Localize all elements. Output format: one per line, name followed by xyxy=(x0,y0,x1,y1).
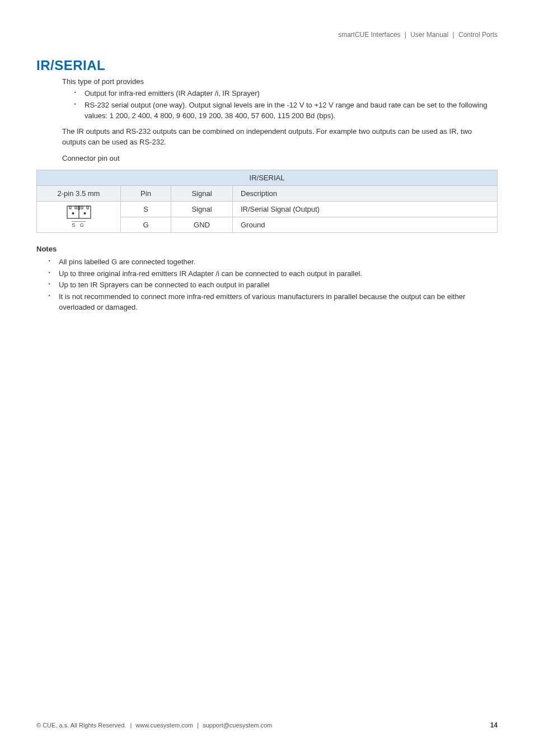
table-cell-pin: G xyxy=(121,217,171,232)
svg-rect-5 xyxy=(75,206,77,209)
footer-left: © CUE, a.s. All Rights Reserved. | www.c… xyxy=(36,722,272,729)
footer-sep: | xyxy=(130,722,132,729)
svg-rect-4 xyxy=(69,206,71,209)
connector-icon xyxy=(67,206,91,219)
svg-rect-7 xyxy=(81,206,83,209)
breadcrumb-sep: | xyxy=(405,31,406,39)
notes-list: All pins labelled G are connected togeth… xyxy=(36,257,498,313)
combine-note: The IR outputs and RS-232 outputs can be… xyxy=(62,127,498,148)
list-item: It is not recommended to connect more in… xyxy=(59,292,498,313)
connector-pin-labels: S G xyxy=(72,221,86,228)
table-cell-description: IR/Serial Signal (Output) xyxy=(233,201,498,217)
list-item: Up to three original infra-red emitters … xyxy=(59,269,498,279)
page-number: 14 xyxy=(490,721,498,729)
pinout-table: IR/SERIAL 2-pin 3.5 mm Pin Signal Descri… xyxy=(36,170,498,233)
notes-heading: Notes xyxy=(36,244,498,255)
connector-diagram-cell: S G xyxy=(37,201,121,232)
page-footer: © CUE, a.s. All Rights Reserved. | www.c… xyxy=(36,721,498,729)
table-header-connector: 2-pin 3.5 mm xyxy=(37,185,121,201)
list-item: All pins labelled G are connected togeth… xyxy=(59,257,498,268)
feature-list: Output for infra-red emitters (IR Adapte… xyxy=(62,88,498,122)
footer-copyright: © CUE, a.s. All Rights Reserved. xyxy=(36,722,126,729)
section-heading: IR/SERIAL xyxy=(36,58,498,73)
pinout-label: Connector pin out xyxy=(62,153,498,164)
svg-point-3 xyxy=(83,212,86,214)
list-item: RS-232 serial output (one way). Output s… xyxy=(85,100,498,122)
table-header-signal: Signal xyxy=(171,185,233,201)
breadcrumb: smartCUE Interfaces | User Manual | Cont… xyxy=(36,31,498,39)
list-item: Output for infra-red emitters (IR Adapte… xyxy=(85,88,498,99)
table-cell-signal: GND xyxy=(171,217,233,232)
breadcrumb-section: Control Ports xyxy=(458,31,498,39)
table-header-description: Description xyxy=(233,185,498,201)
table-cell-description: Ground xyxy=(233,217,498,232)
breadcrumb-product: smartCUE Interfaces xyxy=(338,31,400,39)
list-item: Up to ten IR Sprayers can be connected t… xyxy=(59,280,498,291)
table-header-pin: Pin xyxy=(121,185,171,201)
svg-point-2 xyxy=(72,212,74,214)
breadcrumb-sep: | xyxy=(453,31,455,39)
footer-url: www.cuesystem.com xyxy=(135,722,193,729)
svg-rect-8 xyxy=(87,206,88,209)
intro-text: This type of port provides xyxy=(62,77,498,87)
table-cell-signal: Signal xyxy=(171,201,233,217)
footer-email: support@cuesystem.com xyxy=(203,722,272,729)
table-title: IR/SERIAL xyxy=(37,170,498,185)
footer-sep: | xyxy=(197,722,199,729)
breadcrumb-doc: User Manual xyxy=(410,31,448,39)
table-cell-pin: S xyxy=(121,201,171,217)
